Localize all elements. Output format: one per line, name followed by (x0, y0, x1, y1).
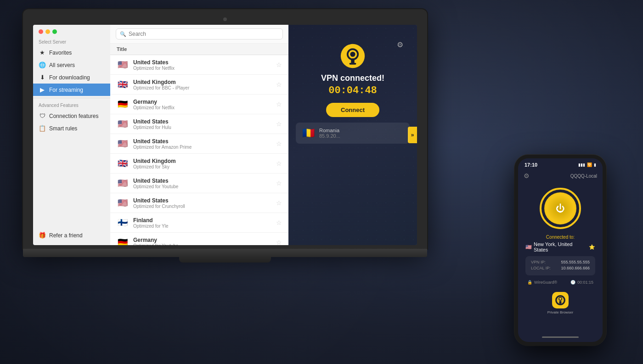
minimize-button[interactable] (45, 29, 50, 34)
phone-protocol-item: 🔒 WireGuard® (527, 280, 557, 285)
sidebar-item-for-downloading[interactable]: ⬇ For downloading (33, 71, 110, 84)
server-row[interactable]: 🇺🇸United StatesOptimized for Youtube☆ (110, 174, 288, 193)
server-row[interactable]: 🇺🇸United StatesOptimized for Hulu☆ (110, 114, 288, 134)
sidebar-item-label-all-servers: All servers (49, 62, 75, 68)
server-info: United KingdomOptimized for Sky (133, 158, 276, 169)
favorite-star-button[interactable]: ☆ (276, 61, 282, 68)
traffic-lights (33, 25, 110, 37)
phone-location: 🇺🇸 New York, United States ⭐ (525, 241, 595, 252)
sidebar-item-all-servers[interactable]: 🌐 All servers (33, 59, 110, 71)
server-row[interactable]: 🇺🇸United StatesOptimized for Amazon Prim… (110, 134, 288, 154)
vpn-ip-row: VPN IP: 555.555.55.555 (531, 260, 590, 264)
favorite-star-button[interactable]: ☆ (276, 81, 282, 88)
server-row[interactable]: 🇩🇪GermanyOptimized for Youtube☆ (110, 233, 288, 245)
server-info: GermanyOptimized for Youtube (133, 237, 276, 246)
local-ip-row: LOCAL IP: 10.660.666.666 (531, 266, 590, 270)
server-flag: 🇺🇸 (117, 138, 129, 150)
phone-home-bar[interactable] (542, 336, 579, 338)
search-input-wrap[interactable]: 🔍 (116, 28, 283, 39)
vpn-server-ip: 85.9.20... (319, 133, 403, 139)
vpn-ip-label: VPN IP: (531, 260, 546, 264)
server-flag: 🇺🇸 (117, 197, 129, 209)
server-info: United StatesOptimized for Youtube (133, 178, 276, 189)
phone-gear-icon[interactable]: ⚙ (524, 172, 530, 179)
laptop-body: Select Server ★ Favorites 🌐 All servers … (23, 9, 427, 263)
vpn-ip-value: 555.555.55.555 (561, 260, 590, 264)
phone-power-button[interactable]: ⏻ (544, 192, 576, 224)
server-description: Optimized for Youtube (133, 184, 276, 189)
location-text: New York, United States (534, 241, 587, 252)
server-row[interactable]: 🇬🇧United KingdomOptimized for BBC - iPla… (110, 75, 288, 95)
server-description: Optimized for Netflix (133, 66, 276, 71)
server-info: United KingdomOptimized for BBC - iPlaye… (133, 79, 276, 90)
svg-rect-10 (559, 301, 562, 304)
star-icon: ★ (39, 49, 46, 56)
sidebar-item-for-streaming[interactable]: ▶ For streaming (33, 84, 110, 96)
duration-label: 00:01:15 (577, 280, 593, 285)
play-icon: ▶ (39, 86, 46, 93)
server-flag: 🇬🇧 (117, 78, 129, 90)
server-row[interactable]: 🇩🇪GermanyOptimized for Netflix☆ (110, 95, 288, 114)
phone-connected-label: Connected to: (546, 235, 575, 240)
favorite-star-button[interactable]: ☆ (276, 219, 282, 226)
server-row[interactable]: 🇬🇧United KingdomOptimized for Sky☆ (110, 154, 288, 174)
favorite-star-button[interactable]: ☆ (276, 199, 282, 207)
server-name: United Kingdom (133, 79, 276, 85)
server-flag: 🇩🇪 (117, 98, 129, 110)
server-info: United StatesOptimized for Crunchyroll (133, 197, 276, 209)
settings-icon[interactable]: ⚙ (397, 40, 403, 49)
search-input[interactable] (129, 31, 279, 37)
vpn-connected-text: VPN connected! (321, 73, 384, 83)
server-name: Germany (133, 99, 276, 105)
sidebar-item-connection-features[interactable]: 🛡 Connection features (33, 110, 110, 122)
server-flag: 🇺🇸 (117, 118, 129, 130)
phone-time: 17:10 (525, 162, 537, 168)
favorite-star-button[interactable]: ☆ (276, 160, 282, 167)
server-description: Optimized for Hulu (133, 125, 276, 130)
phone-device: 17:10 ▮▮▮ 🛜 ▮ ⚙ QQQQ-Local ⏻ C (514, 155, 615, 346)
phone-wifi-label: QQQQ-Local (570, 174, 597, 179)
server-name: United States (133, 59, 276, 66)
vpn-panel-inner: ⚙ VPN (296, 34, 410, 147)
server-name: United States (133, 197, 276, 204)
vpn-server-card[interactable]: 🇷🇴 Romania 85.9.20... (296, 123, 410, 144)
phone-footer-row: 🔒 WireGuard® 🕐 00:01:15 (525, 280, 595, 285)
close-button[interactable] (39, 29, 43, 34)
server-info: United StatesOptimized for Netflix (133, 59, 276, 71)
server-name: Finland (133, 217, 276, 224)
gift-icon: 🎁 (39, 232, 46, 239)
sidebar-item-refer-friend[interactable]: 🎁 Refer a friend (39, 229, 105, 241)
favorite-star-button[interactable]: ☆ (276, 140, 282, 147)
server-description: Optimized for BBC - iPlayer (133, 85, 276, 90)
server-flag: 🇫🇮 (117, 217, 129, 229)
server-row[interactable]: 🇺🇸United StatesOptimized for Netflix☆ (110, 55, 288, 75)
server-row[interactable]: 🇺🇸United StatesOptimized for Crunchyroll… (110, 193, 288, 213)
vpn-server-info: Romania 85.9.20... (319, 128, 403, 139)
favorite-star-button[interactable]: ☆ (276, 239, 282, 245)
main-content: 🔍 Title 🇺🇸United StatesOptimized for Net… (110, 25, 288, 245)
favorite-star-icon: ⭐ (589, 244, 595, 250)
connect-button[interactable]: Connect (326, 103, 379, 117)
sidebar-item-smart-rules[interactable]: 📋 Smart rules (33, 122, 110, 134)
sidebar-item-favorites[interactable]: ★ Favorites (33, 46, 110, 59)
phone-power-ring: ⏻ (540, 188, 581, 229)
rules-icon: 📋 (39, 125, 46, 132)
server-row[interactable]: 🇫🇮FinlandOptimized for Yle☆ (110, 213, 288, 233)
server-description: Optimized for Youtube (133, 243, 276, 246)
server-description: Optimized for Crunchyroll (133, 204, 276, 209)
laptop-base (23, 249, 427, 257)
maximize-button[interactable] (52, 29, 57, 34)
private-browser-icon[interactable] (552, 292, 569, 308)
favorite-star-button[interactable]: ☆ (276, 101, 282, 108)
laptop-bezel: Select Server ★ Favorites 🌐 All servers … (23, 9, 427, 249)
clock-icon: 🕐 (570, 280, 575, 285)
wifi-icon: 🛜 (587, 162, 592, 167)
sidebar: Select Server ★ Favorites 🌐 All servers … (33, 25, 110, 245)
phone-duration-item: 🕐 00:01:15 (570, 280, 593, 285)
phone-header: ⚙ QQQQ-Local (518, 169, 603, 182)
favorite-star-button[interactable]: ☆ (276, 120, 282, 128)
sidebar-item-label-smart-rules: Smart rules (49, 125, 77, 132)
favorite-star-button[interactable]: ☆ (276, 179, 282, 187)
phone-body: 17:10 ▮▮▮ 🛜 ▮ ⚙ QQQQ-Local ⏻ C (514, 155, 606, 346)
table-header: Title (110, 44, 288, 55)
